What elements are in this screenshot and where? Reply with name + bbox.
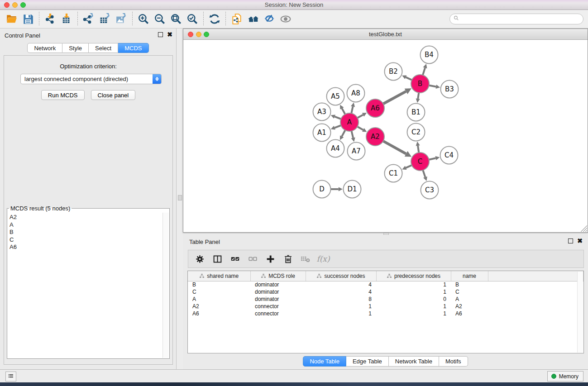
export-table-button[interactable] — [97, 11, 113, 27]
column-header-MCDS-role[interactable]: MCDS role — [250, 271, 306, 281]
network-canvas[interactable]: B4B2BB3A8A5A6A3B1AA1C2A2A4A7C4CC1C3DD1 — [183, 40, 588, 232]
toolbar-separator — [77, 12, 78, 26]
graph-node-B4[interactable]: B4 — [421, 46, 438, 64]
table-row[interactable]: Adominator80A — [188, 295, 583, 303]
graph-node-A5[interactable]: A5 — [327, 88, 344, 105]
graph-node-C2[interactable]: C2 — [407, 124, 425, 141]
svg-text:A8: A8 — [351, 89, 360, 97]
dropdown-stepper-icon — [153, 74, 161, 84]
export-image-button[interactable] — [113, 11, 129, 27]
svg-text:C2: C2 — [411, 128, 421, 136]
graph-node-C1[interactable]: C1 — [385, 165, 402, 182]
table-scrollbar[interactable] — [577, 272, 583, 353]
clone-network-icon — [231, 13, 243, 25]
svg-text:A5: A5 — [331, 92, 340, 100]
select-all-button[interactable] — [228, 252, 242, 266]
tab-network[interactable]: Network — [27, 43, 62, 53]
graph-node-A8[interactable]: A8 — [347, 85, 365, 102]
mcds-result-list[interactable]: A2ABCA6 — [8, 213, 163, 358]
result-list-item[interactable]: C — [10, 236, 163, 244]
graph-node-C[interactable]: C — [411, 152, 429, 171]
svg-text:B3: B3 — [445, 85, 454, 93]
clone-network-button[interactable] — [229, 11, 245, 27]
mcds-tab-content: Optimization criterion: largest connecte… — [4, 55, 173, 365]
result-list-item[interactable]: A6 — [10, 243, 163, 251]
graph-node-B3[interactable]: B3 — [441, 81, 459, 98]
column-header-name[interactable]: name — [451, 271, 488, 281]
result-list-item[interactable]: A — [10, 221, 163, 229]
table-close-panel-icon[interactable]: ✖ — [577, 238, 583, 243]
gear-button[interactable] — [193, 252, 206, 266]
memory-button[interactable]: Memory — [547, 371, 583, 381]
graph-node-A6[interactable]: A6 — [366, 99, 384, 117]
network-view-window: testGlobe.txt B4B2BB3A8A5A6A3B1AA1C2A2A4… — [183, 29, 588, 233]
graph-node-B2[interactable]: B2 — [385, 63, 402, 81]
save-session-button[interactable] — [20, 11, 36, 27]
tab-style[interactable]: Style — [62, 43, 89, 53]
table-row[interactable]: Cdominator41C — [188, 288, 583, 295]
column-header-predecessor-nodes[interactable]: predecessor nodes — [376, 271, 451, 281]
close-panel-icon[interactable]: ✖ — [167, 32, 172, 37]
column-view-icon — [213, 254, 222, 264]
open-file-button[interactable] — [4, 11, 20, 27]
search-input[interactable] — [459, 16, 583, 22]
import-network-button[interactable] — [42, 11, 58, 27]
float-panel-icon[interactable] — [158, 32, 163, 37]
tab-mcds[interactable]: MCDS — [118, 43, 148, 53]
table-row[interactable]: A2connector11A2 — [188, 303, 583, 310]
result-list-item[interactable]: A2 — [10, 214, 163, 221]
graph-node-A1[interactable]: A1 — [313, 124, 331, 142]
show-eye-button[interactable] — [277, 11, 294, 27]
graph-node-A7[interactable]: A7 — [348, 143, 365, 160]
graph-node-B1[interactable]: B1 — [407, 104, 425, 121]
table-float-panel-icon[interactable] — [568, 238, 573, 243]
zoom-selected-button[interactable] — [184, 11, 201, 27]
zoom-in-button[interactable] — [135, 11, 152, 27]
refresh-layout-button[interactable] — [206, 11, 223, 27]
zoom-fit-button[interactable] — [168, 11, 184, 27]
window-resize-grip[interactable] — [581, 225, 587, 232]
graph-node-A2[interactable]: A2 — [366, 128, 384, 146]
graph-node-A4[interactable]: A4 — [327, 140, 344, 157]
run-mcds-button[interactable]: Run MCDS — [41, 90, 85, 100]
mcds-result-box: MCDS result (5 nodes) A2ABCA6 — [7, 205, 170, 359]
tab-select[interactable]: Select — [89, 43, 118, 53]
result-list-item[interactable]: B — [10, 229, 163, 236]
open-file-icon — [6, 13, 18, 25]
network-window-titlebar[interactable]: testGlobe.txt — [183, 29, 588, 40]
tab-network-table[interactable]: Network Table — [389, 356, 439, 367]
graph-node-A[interactable]: A — [340, 113, 359, 131]
tab-motifs[interactable]: Motifs — [439, 356, 468, 367]
column-header-successor-nodes[interactable]: successor nodes — [306, 271, 376, 281]
column-header-shared-name[interactable]: shared name — [188, 271, 250, 281]
table-row[interactable]: Bdominator41B — [188, 281, 583, 288]
app-titlebar: Session: New Session — [0, 0, 588, 10]
graph-node-B[interactable]: B — [411, 75, 429, 93]
tab-edge-table[interactable]: Edge Table — [346, 356, 389, 367]
result-scrollbar[interactable] — [163, 213, 169, 358]
zoom-out-button[interactable] — [152, 11, 168, 27]
graph-node-A3[interactable]: A3 — [313, 103, 331, 121]
node-table[interactable]: shared name MCDS role successor nodes pr… — [187, 271, 584, 353]
graph-node-D[interactable]: D — [313, 181, 331, 198]
graph-node-C4[interactable]: C4 — [440, 147, 458, 164]
graph-node-D1[interactable]: D1 — [344, 181, 361, 198]
list-icon — [8, 374, 14, 379]
hide-panel-button[interactable] — [261, 11, 277, 27]
graph-node-C3[interactable]: C3 — [421, 181, 439, 199]
column-view-button[interactable] — [210, 252, 224, 266]
criterion-dropdown[interactable]: largest connected component (directed) — [20, 74, 162, 84]
table-row[interactable]: A6connector11A6 — [188, 310, 583, 317]
tab-node-table[interactable]: Node Table — [303, 356, 346, 367]
import-table-button[interactable] — [58, 11, 75, 27]
export-network-button[interactable] — [81, 11, 97, 27]
search-box[interactable] — [449, 14, 583, 24]
svg-text:A2: A2 — [371, 133, 380, 141]
close-panel-button[interactable]: Close panel — [91, 90, 136, 100]
task-history-button[interactable] — [5, 372, 16, 381]
delete-column-button[interactable] — [281, 252, 295, 266]
deselect-all-button[interactable] — [246, 252, 259, 266]
vertical-split-handle[interactable] — [178, 195, 182, 200]
add-column-button[interactable] — [263, 252, 277, 266]
home-button[interactable] — [245, 11, 261, 27]
